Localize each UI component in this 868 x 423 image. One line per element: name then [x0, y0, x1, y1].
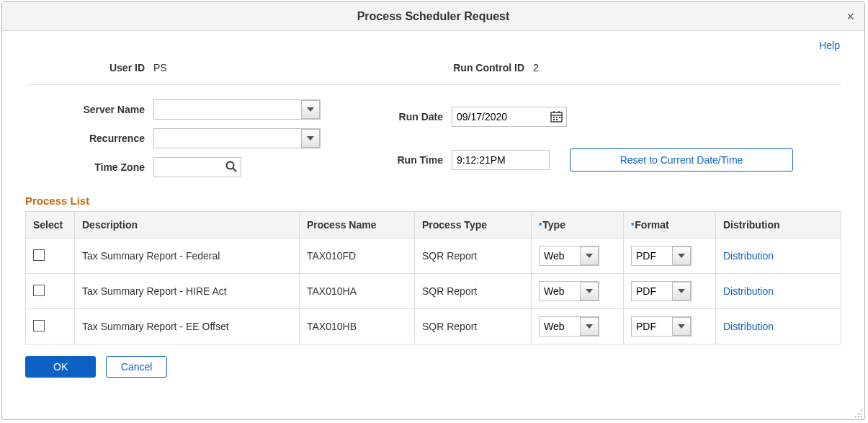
ok-button[interactable]: OK: [25, 356, 96, 378]
svg-rect-6: [553, 117, 555, 118]
type-dropdown-button[interactable]: [580, 246, 599, 265]
process-list-table: Select Description Process Name Process …: [25, 211, 841, 344]
resize-grip-icon[interactable]: [854, 409, 863, 418]
svg-point-15: [858, 416, 859, 417]
svg-rect-10: [556, 119, 558, 120]
col-select: Select: [26, 212, 75, 239]
recurrence-select[interactable]: [153, 128, 321, 148]
dialog-header: Process Scheduler Request ×: [2, 2, 864, 31]
run-date-input[interactable]: [452, 107, 567, 127]
run-time-input[interactable]: [452, 150, 550, 170]
run-control-id-value: 2: [533, 62, 543, 74]
chevron-down-icon: [678, 289, 685, 293]
distribution-link[interactable]: Distribution: [723, 321, 774, 332]
col-description: Description: [75, 212, 300, 239]
chevron-down-icon: [586, 324, 593, 329]
close-icon[interactable]: ×: [846, 9, 854, 25]
svg-line-1: [233, 169, 237, 172]
cell-description: Tax Summary Report - Federal: [75, 239, 300, 274]
format-dropdown-button[interactable]: [672, 246, 691, 265]
distribution-link[interactable]: Distribution: [723, 250, 774, 262]
chevron-down-icon: [307, 136, 314, 141]
distribution-link[interactable]: Distribution: [723, 285, 774, 297]
server-name-label: Server Name: [25, 104, 153, 115]
required-star-icon: *: [539, 221, 542, 230]
process-list-title: Process List: [25, 195, 841, 207]
table-row: Tax Summary Report - EE Offset TAX010HB …: [26, 309, 841, 344]
svg-point-11: [861, 410, 862, 411]
server-name-dropdown-button[interactable]: [301, 100, 320, 119]
dialog-content: Help User ID PS Run Control ID 2 Server …: [2, 31, 864, 392]
select-checkbox[interactable]: [33, 320, 45, 331]
svg-point-13: [861, 413, 862, 414]
cell-process-type: SQR Report: [415, 239, 532, 274]
svg-rect-8: [559, 117, 560, 118]
time-zone-label: Time Zone: [25, 161, 153, 173]
recurrence-dropdown-button[interactable]: [301, 129, 320, 148]
dialog-title: Process Scheduler Request: [357, 10, 510, 23]
search-icon[interactable]: [225, 161, 237, 172]
format-dropdown-button[interactable]: [672, 282, 691, 300]
svg-point-12: [858, 413, 859, 414]
required-star-icon: *: [631, 221, 634, 230]
cell-process-type: SQR Report: [415, 274, 532, 309]
col-distribution: Distribution: [716, 212, 841, 239]
col-process-name: Process Name: [300, 212, 415, 239]
chevron-down-icon: [307, 107, 314, 112]
type-dropdown-button[interactable]: [580, 317, 599, 336]
user-id-label: User ID: [25, 62, 153, 74]
reset-button[interactable]: Reset to Current Date/Time: [570, 148, 793, 172]
cell-description: Tax Summary Report - EE Offset: [75, 309, 300, 344]
help-link[interactable]: Help: [819, 40, 840, 51]
cell-process-name: TAX010FD: [300, 239, 415, 274]
cell-process-name: TAX010HA: [300, 274, 415, 309]
cell-process-name: TAX010HB: [300, 309, 415, 344]
col-process-type: Process Type: [415, 212, 532, 239]
col-format: *Format: [624, 212, 716, 239]
run-control-id-label: Run Control ID: [378, 62, 533, 74]
table-row: Tax Summary Report - HIRE Act TAX010HA S…: [26, 274, 841, 309]
process-scheduler-dialog: Process Scheduler Request × Help User ID…: [1, 1, 865, 420]
user-id-value: PS: [153, 62, 378, 74]
run-date-label: Run Date: [371, 111, 452, 123]
svg-point-16: [861, 416, 862, 417]
chevron-down-icon: [678, 254, 685, 258]
select-checkbox[interactable]: [33, 249, 45, 261]
table-row: Tax Summary Report - Federal TAX010FD SQ…: [26, 239, 841, 274]
svg-rect-9: [553, 119, 555, 120]
chevron-down-icon: [678, 324, 685, 329]
calendar-icon[interactable]: [550, 110, 563, 123]
cancel-button[interactable]: Cancel: [106, 356, 168, 378]
cell-process-type: SQR Report: [415, 309, 532, 344]
recurrence-label: Recurrence: [25, 133, 153, 144]
format-dropdown-button[interactable]: [672, 317, 691, 336]
svg-point-0: [227, 162, 234, 169]
run-time-label: Run Time: [371, 154, 452, 166]
col-type: *Type: [532, 212, 624, 239]
select-checkbox[interactable]: [33, 285, 45, 296]
chevron-down-icon: [586, 289, 593, 293]
chevron-down-icon: [586, 254, 593, 258]
server-name-select[interactable]: [153, 99, 321, 120]
type-dropdown-button[interactable]: [580, 282, 599, 300]
svg-point-14: [855, 416, 856, 417]
svg-rect-7: [556, 117, 558, 118]
cell-description: Tax Summary Report - HIRE Act: [75, 274, 300, 309]
